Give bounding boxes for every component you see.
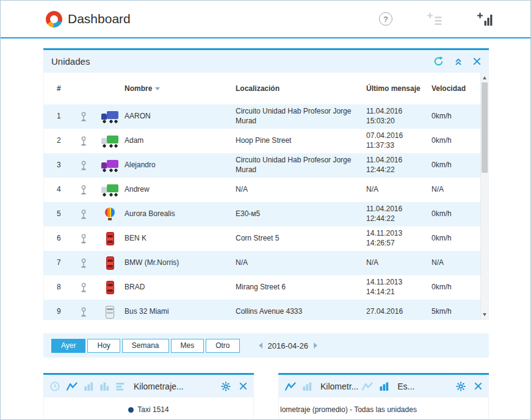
app-logo-icon — [46, 11, 62, 27]
clock-icon[interactable] — [50, 382, 60, 391]
close-icon[interactable] — [473, 57, 481, 65]
sort-desc-icon[interactable] — [155, 87, 160, 90]
stats-widget-header: Kilometr... Es... — [278, 375, 489, 397]
unit-vehicle-cell — [95, 202, 125, 226]
unit-name[interactable]: Aurora Borealis — [125, 202, 236, 226]
vehicle-icon — [101, 208, 119, 221]
range-button-ayer[interactable]: Ayer — [51, 339, 85, 353]
units-table-header-row: # Nombre Localización Último mensaje Vel… — [44, 73, 481, 104]
line-chart-icon[interactable] — [362, 382, 373, 391]
unit-row[interactable]: 5 Aurora Borealis E30-м5 11.04.2016 12:4… — [44, 202, 481, 226]
unit-number: 4 — [44, 178, 72, 202]
line-chart-icon[interactable] — [285, 382, 296, 391]
unit-number: 6 — [44, 226, 72, 251]
unit-name[interactable]: Adam — [125, 129, 236, 153]
scroll-down-button[interactable] — [481, 310, 488, 319]
column-header-ultimo-mensaje[interactable]: Último mensaje — [366, 73, 432, 104]
prev-date-icon[interactable] — [259, 342, 262, 349]
column-header-velocidad[interactable]: Velocidad — [432, 73, 481, 104]
unit-pin-cell — [72, 202, 95, 226]
chart-title: lometraje (promedio) - Todas las unidade… — [279, 397, 488, 414]
unit-pin-cell — [72, 178, 95, 202]
unit-pin-cell — [72, 153, 95, 178]
chart-type-switcher — [50, 382, 125, 391]
units-panel-header: Unidades — [43, 50, 489, 73]
legend-label: Taxi 1514 — [137, 405, 168, 414]
range-button-otro[interactable]: Otro — [206, 339, 239, 353]
unit-name[interactable]: Bus 32 Miami — [125, 300, 236, 320]
range-button-mes[interactable]: Mes — [171, 339, 204, 353]
bar-chart-icon[interactable] — [380, 382, 389, 391]
column-header-nombre[interactable]: Nombre — [125, 73, 236, 104]
column-header-number[interactable]: # — [44, 73, 72, 104]
unit-pin-cell — [72, 226, 95, 251]
bar-chart-icon[interactable] — [84, 382, 93, 391]
help-icon[interactable]: ? — [379, 12, 392, 26]
unit-row[interactable]: 8 BRAD Mirang Street 6 14.11.2013 14:14:… — [44, 275, 481, 300]
add-chart-widget-icon[interactable] — [477, 12, 493, 26]
unit-number: 3 — [44, 153, 72, 178]
close-icon[interactable] — [239, 382, 247, 390]
mileage-widget-controls — [221, 382, 247, 391]
unit-pin-icon[interactable] — [72, 307, 95, 317]
unit-location: Corn Street 5 — [236, 226, 366, 251]
unit-last-message: 14.11.2013 14:26:57 — [366, 226, 432, 251]
close-icon[interactable] — [474, 382, 482, 390]
unit-speed: 0km/h — [432, 153, 481, 178]
units-panel: Unidades # — [43, 48, 489, 320]
gear-icon[interactable] — [456, 382, 466, 391]
unit-name[interactable]: BEN K — [125, 226, 236, 251]
unit-pin-icon[interactable] — [72, 161, 95, 171]
unit-name[interactable]: Andrew — [125, 178, 236, 202]
widgets-row: Kilometraje... Taxi 1514 — [43, 373, 530, 420]
unit-pin-icon[interactable] — [72, 209, 95, 220]
stats-widget-panel: Kilometr... Es... lometraje (promedio) -… — [278, 373, 489, 420]
collapse-icon[interactable] — [454, 57, 463, 66]
scroll-up-button[interactable] — [481, 73, 488, 82]
row-chart-icon[interactable] — [116, 382, 125, 391]
line-chart-icon[interactable] — [67, 382, 78, 391]
unit-location: E30-м5 — [236, 202, 366, 226]
unit-name[interactable]: AARON — [125, 104, 236, 129]
refresh-icon[interactable] — [433, 56, 444, 67]
unit-name[interactable]: BRAD — [125, 275, 236, 300]
unit-pin-icon[interactable] — [72, 234, 95, 244]
vehicle-icon — [101, 256, 119, 270]
unit-pin-icon[interactable] — [72, 258, 95, 269]
scroll-thumb[interactable] — [482, 82, 488, 173]
unit-row[interactable]: 3 Alejandro Circuito Unidad Hab Profesor… — [44, 153, 481, 178]
unit-speed: 0km/h — [432, 104, 481, 129]
unit-row[interactable]: 6 BEN K Corn Street 5 14.11.2013 14:26:5… — [44, 226, 481, 251]
unit-vehicle-cell — [95, 178, 125, 202]
unit-number: 9 — [44, 300, 72, 320]
unit-row[interactable]: 4 Andrew N/A N/A N/A — [44, 178, 481, 202]
add-table-widget-icon[interactable] — [427, 12, 442, 26]
unit-row[interactable]: 2 Adam Hoop Pine Street 07.04.2016 11:37… — [44, 129, 481, 153]
unit-pin-icon[interactable] — [72, 283, 95, 293]
column-header-localizacion[interactable]: Localización — [236, 73, 366, 104]
vehicle-icon — [101, 183, 119, 197]
unit-pin-icon[interactable] — [72, 185, 95, 195]
gear-icon[interactable] — [221, 382, 231, 391]
unit-row[interactable]: 1 AARON Circuito Unidad Hab Profesor Jor… — [44, 104, 481, 129]
unit-row[interactable]: 9 Bus 32 Miami Collins Avenue 4333 27.04… — [44, 300, 481, 320]
chart-legend: Taxi 1514 — [44, 397, 253, 414]
range-button-semana[interactable]: Semana — [122, 339, 169, 353]
scroll-down-icon — [483, 313, 486, 316]
unit-name[interactable]: BMW (Mr.Norris) — [125, 251, 236, 275]
range-button-hoy[interactable]: Hoy — [87, 339, 120, 353]
table-scrollbar[interactable] — [480, 73, 488, 319]
column-chart-icon[interactable] — [100, 382, 109, 391]
unit-speed: 0km/h — [432, 129, 481, 153]
bar-chart-icon[interactable] — [303, 382, 312, 391]
filter-bar: AyerHoySemanaMesOtro 2016-04-26 — [43, 333, 489, 358]
unit-name[interactable]: Alejandro — [125, 153, 236, 178]
unit-pin-cell — [72, 104, 95, 129]
units-panel-controls — [433, 56, 481, 67]
unit-pin-icon[interactable] — [72, 112, 95, 122]
unit-row[interactable]: 7 BMW (Mr.Norris) N/A N/A N/A — [44, 251, 481, 275]
unit-last-message: 11.04.2016 12:44:22 — [366, 202, 432, 226]
unit-pin-icon[interactable] — [72, 136, 95, 147]
unit-last-message: 11.04.2016 15:03:20 — [366, 104, 432, 129]
next-date-icon[interactable] — [314, 342, 317, 349]
